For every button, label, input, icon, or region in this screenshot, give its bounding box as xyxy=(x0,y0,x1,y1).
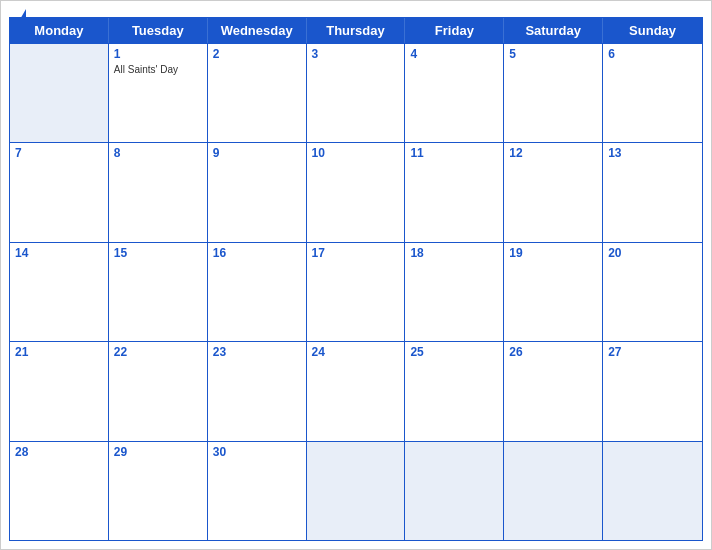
day-cell: 1All Saints' Day xyxy=(109,44,208,142)
day-number: 25 xyxy=(410,345,498,361)
calendar-header xyxy=(1,1,711,17)
day-header-wednesday: Wednesday xyxy=(208,18,307,43)
day-number: 19 xyxy=(509,246,597,262)
day-cell: 27 xyxy=(603,342,702,440)
calendar-page: MondayTuesdayWednesdayThursdayFridaySatu… xyxy=(0,0,712,550)
day-number: 11 xyxy=(410,146,498,162)
day-number: 24 xyxy=(312,345,400,361)
day-cell: 12 xyxy=(504,143,603,241)
day-cell: 5 xyxy=(504,44,603,142)
day-cell: 7 xyxy=(10,143,109,241)
day-cell: 24 xyxy=(307,342,406,440)
day-cell: 6 xyxy=(603,44,702,142)
day-header-tuesday: Tuesday xyxy=(109,18,208,43)
day-number: 7 xyxy=(15,146,103,162)
day-event: All Saints' Day xyxy=(114,64,202,75)
day-cell: 8 xyxy=(109,143,208,241)
day-number: 29 xyxy=(114,445,202,461)
day-number: 5 xyxy=(509,47,597,63)
day-header-monday: Monday xyxy=(10,18,109,43)
day-number: 2 xyxy=(213,47,301,63)
day-number: 13 xyxy=(608,146,697,162)
week-row-1: 1All Saints' Day23456 xyxy=(10,43,702,142)
calendar-grid: MondayTuesdayWednesdayThursdayFridaySatu… xyxy=(9,17,703,541)
day-number: 21 xyxy=(15,345,103,361)
day-cell: 19 xyxy=(504,243,603,341)
day-cell: 29 xyxy=(109,442,208,540)
day-cell: 11 xyxy=(405,143,504,241)
day-number: 10 xyxy=(312,146,400,162)
day-cell: 9 xyxy=(208,143,307,241)
day-cell xyxy=(307,442,406,540)
week-row-2: 78910111213 xyxy=(10,142,702,241)
day-cell: 23 xyxy=(208,342,307,440)
day-number: 22 xyxy=(114,345,202,361)
day-cell: 17 xyxy=(307,243,406,341)
logo-blue xyxy=(17,9,26,21)
day-cell xyxy=(504,442,603,540)
day-number: 18 xyxy=(410,246,498,262)
day-number: 23 xyxy=(213,345,301,361)
day-number: 30 xyxy=(213,445,301,461)
day-cell: 30 xyxy=(208,442,307,540)
day-number: 9 xyxy=(213,146,301,162)
day-number: 26 xyxy=(509,345,597,361)
day-cell: 2 xyxy=(208,44,307,142)
day-cell: 3 xyxy=(307,44,406,142)
logo-triangle-icon xyxy=(19,9,26,21)
day-number: 27 xyxy=(608,345,697,361)
day-number: 8 xyxy=(114,146,202,162)
day-cell: 20 xyxy=(603,243,702,341)
day-cell: 22 xyxy=(109,342,208,440)
day-number: 12 xyxy=(509,146,597,162)
day-number: 16 xyxy=(213,246,301,262)
day-number: 17 xyxy=(312,246,400,262)
week-row-5: 282930 xyxy=(10,441,702,540)
week-row-4: 21222324252627 xyxy=(10,341,702,440)
day-number: 6 xyxy=(608,47,697,63)
day-header-friday: Friday xyxy=(405,18,504,43)
week-row-3: 14151617181920 xyxy=(10,242,702,341)
day-cell xyxy=(10,44,109,142)
day-cell: 13 xyxy=(603,143,702,241)
day-number: 20 xyxy=(608,246,697,262)
logo xyxy=(17,9,26,21)
day-number: 14 xyxy=(15,246,103,262)
day-cell: 25 xyxy=(405,342,504,440)
day-header-sunday: Sunday xyxy=(603,18,702,43)
calendar-body: 1All Saints' Day234567891011121314151617… xyxy=(10,43,702,540)
day-header-saturday: Saturday xyxy=(504,18,603,43)
day-cell: 10 xyxy=(307,143,406,241)
day-number: 3 xyxy=(312,47,400,63)
day-number: 15 xyxy=(114,246,202,262)
day-number: 1 xyxy=(114,47,202,63)
day-cell xyxy=(405,442,504,540)
day-cell: 4 xyxy=(405,44,504,142)
day-cell: 21 xyxy=(10,342,109,440)
day-cell: 26 xyxy=(504,342,603,440)
day-cell: 15 xyxy=(109,243,208,341)
day-cell: 18 xyxy=(405,243,504,341)
day-number: 4 xyxy=(410,47,498,63)
day-cell: 28 xyxy=(10,442,109,540)
day-headers-row: MondayTuesdayWednesdayThursdayFridaySatu… xyxy=(10,18,702,43)
day-header-thursday: Thursday xyxy=(307,18,406,43)
day-number: 28 xyxy=(15,445,103,461)
day-cell xyxy=(603,442,702,540)
day-cell: 16 xyxy=(208,243,307,341)
day-cell: 14 xyxy=(10,243,109,341)
